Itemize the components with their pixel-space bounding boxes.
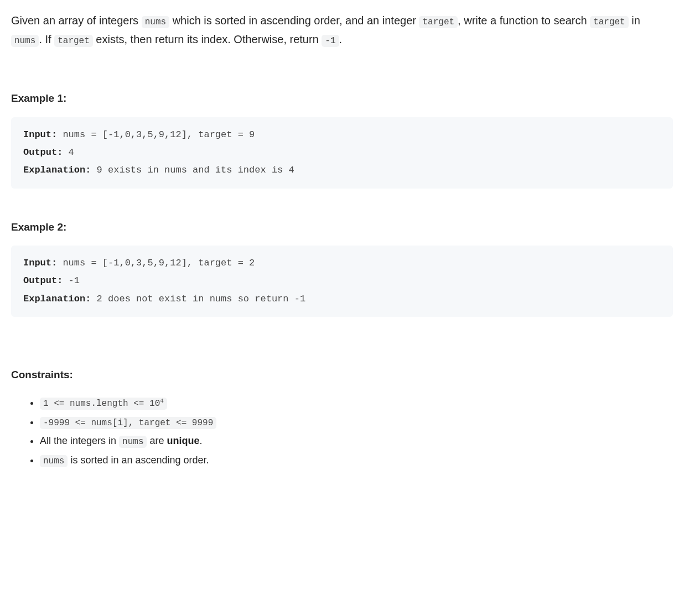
constraint-text: is sorted in an ascending order. [68,455,209,466]
constraints-heading: Constraints: [11,367,673,383]
code-target: target [419,16,458,28]
example-1-heading: Example 1: [11,90,673,107]
constraint-bold: unique [167,435,200,446]
desc-text: . If [39,33,54,45]
desc-text: Given an array of integers [11,14,142,27]
input-label: Input: [23,258,57,268]
example-2-block: Input: nums = [-1,0,3,5,9,12], target = … [11,246,673,317]
constraint-code: nums [119,436,147,448]
desc-text: in [629,14,640,27]
explanation-value: 9 exists in nums and its index is 4 [91,165,294,175]
example-1-block: Input: nums = [-1,0,3,5,9,12], target = … [11,117,673,189]
desc-text: exists, then return its index. Otherwise… [93,33,322,45]
constraint-text: are [147,435,167,446]
example-2-heading: Example 2: [11,219,673,236]
desc-text: . [339,33,343,45]
explanation-value: 2 does not exist in nums so return -1 [91,294,305,304]
output-label: Output: [23,147,63,158]
desc-text: which is sorted in ascending order, and … [169,14,419,27]
constraint-code: -9999 <= nums[i], target <= 9999 [40,417,216,429]
input-value: nums = [-1,0,3,5,9,12], target = 2 [57,258,255,268]
output-label: Output: [23,275,63,286]
constraint-code: nums [40,455,68,467]
constraint-code: 1 <= nums.length <= 104 [40,398,167,410]
constraint-item: -9999 <= nums[i], target <= 9999 [40,413,673,431]
constraint-item: 1 <= nums.length <= 104 [40,393,673,412]
constraint-item: All the integers in nums are unique. [40,431,673,450]
constraints-list: 1 <= nums.length <= 104 -9999 <= nums[i]… [11,393,673,469]
output-value: -1 [63,275,80,286]
code-target: target [590,16,629,28]
problem-description: Given an array of integers nums which is… [11,11,673,49]
constraint-text: . [200,435,203,446]
input-label: Input: [23,129,57,140]
code-target: target [54,35,93,47]
output-value: 4 [63,147,74,158]
code-nums: nums [142,16,169,28]
explanation-label: Explanation: [23,294,91,304]
explanation-label: Explanation: [23,165,91,175]
code-minus-one: -1 [322,35,339,47]
code-nums: nums [11,35,39,47]
input-value: nums = [-1,0,3,5,9,12], target = 9 [57,129,255,140]
desc-text: , write a function to search [458,14,590,27]
constraint-item: nums is sorted in an ascending order. [40,451,673,469]
constraint-text: All the integers in [40,435,119,446]
